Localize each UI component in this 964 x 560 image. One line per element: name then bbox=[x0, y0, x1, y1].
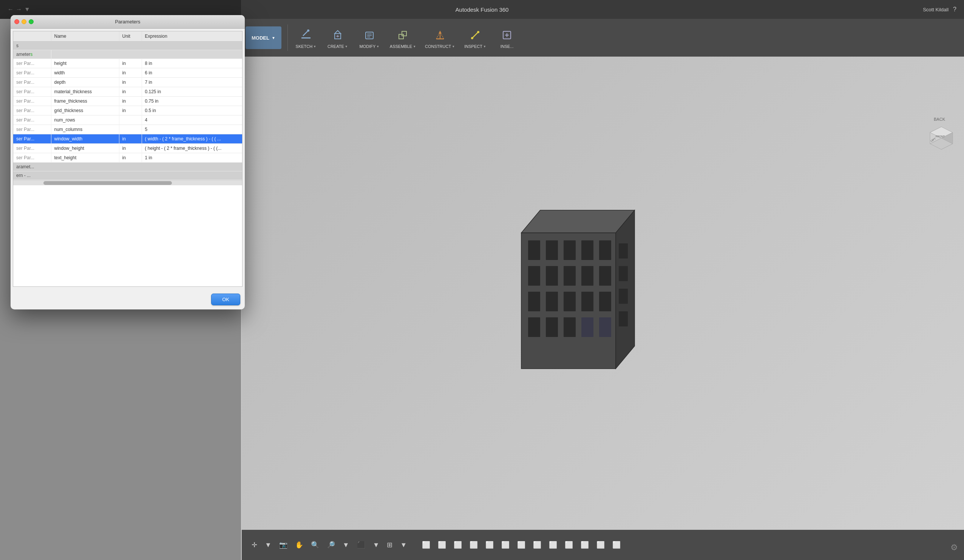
dialog-titlebar: Parameters bbox=[11, 15, 245, 29]
section-row-parameters: ameters bbox=[13, 50, 242, 59]
bottom-icon-10[interactable]: ⬜ bbox=[562, 539, 575, 550]
dialog-body: Name Unit Expression sameters ser Par...… bbox=[11, 29, 245, 289]
svg-rect-52 bbox=[619, 311, 628, 326]
cell-name: window_height bbox=[51, 144, 119, 153]
user-name[interactable]: Scott Kildall bbox=[923, 7, 949, 13]
toolbar-group-sketch[interactable]: SKETCH ▼ bbox=[291, 25, 321, 50]
building-model bbox=[480, 188, 669, 399]
svg-rect-43 bbox=[599, 292, 611, 311]
grid-btn[interactable]: ⊞ bbox=[384, 539, 395, 550]
cell-source: ser Par... bbox=[13, 59, 51, 68]
model-button[interactable]: MODEL ▼ bbox=[246, 26, 282, 49]
table-row[interactable]: ser Par... height in 8 in bbox=[13, 59, 242, 68]
bottom-icon-3[interactable]: ⬜ bbox=[451, 539, 464, 550]
cell-expression: 0.125 in bbox=[142, 87, 242, 97]
toolbar-group-modify[interactable]: MODIFY ▼ bbox=[354, 25, 384, 50]
toolbar-divider-1 bbox=[287, 24, 288, 51]
create-label: CREATE ▼ bbox=[327, 44, 348, 49]
svg-rect-33 bbox=[599, 240, 611, 260]
toolbar-group-assemble[interactable]: ASSEMBLE ▼ bbox=[386, 25, 420, 50]
maximize-button[interactable] bbox=[29, 19, 34, 24]
view-dropdown-btn[interactable]: ▼ bbox=[340, 540, 352, 550]
minimize-button[interactable] bbox=[21, 19, 26, 24]
svg-rect-46 bbox=[563, 317, 576, 337]
bottom-icon-12[interactable]: ⬜ bbox=[594, 539, 607, 550]
bottom-icon-2[interactable]: ⬜ bbox=[436, 539, 448, 550]
horizontal-scrollbar[interactable] bbox=[13, 180, 242, 185]
sketch-label: SKETCH ▼ bbox=[296, 44, 316, 49]
svg-rect-42 bbox=[581, 292, 593, 311]
table-row[interactable]: ser Par... width in 6 in bbox=[13, 68, 242, 78]
section-row-s: s bbox=[13, 42, 242, 50]
table-row[interactable]: ser Par... depth in 7 in bbox=[13, 78, 242, 87]
col-header-unit: Unit bbox=[119, 31, 142, 42]
toolbar-group-inspect[interactable]: INSPECT ▼ bbox=[460, 25, 490, 50]
camera-btn[interactable]: 📷 bbox=[277, 539, 290, 550]
nav-cube[interactable]: BACK FRONT LEFT bbox=[922, 117, 956, 155]
viewport[interactable]: BACK FRONT LEFT bbox=[242, 57, 964, 530]
svg-rect-12 bbox=[402, 31, 407, 36]
svg-rect-48 bbox=[599, 317, 611, 337]
cell-unit bbox=[119, 115, 142, 125]
svg-rect-34 bbox=[528, 266, 540, 286]
col-header-source bbox=[13, 31, 51, 42]
bottom-icon-1[interactable]: ⬜ bbox=[420, 539, 433, 550]
insert-label: INSE... bbox=[500, 44, 514, 49]
svg-rect-36 bbox=[563, 266, 576, 286]
zoom-out-btn[interactable]: 🔎 bbox=[324, 539, 337, 550]
cell-source: ser Par... bbox=[13, 78, 51, 87]
dialog-title: Parameters bbox=[115, 19, 140, 24]
pan-btn[interactable]: ✋ bbox=[293, 539, 306, 550]
cell-source: ser Par... bbox=[13, 125, 51, 134]
move-btn[interactable]: ✛ bbox=[249, 539, 259, 550]
bottom-icon-4[interactable]: ⬜ bbox=[467, 539, 480, 550]
col-header-expr: Expression bbox=[142, 31, 242, 42]
table-row[interactable]: ser Par... material_thickness in 0.125 i… bbox=[13, 87, 242, 97]
svg-rect-44 bbox=[528, 317, 540, 337]
nav-btn-2[interactable]: ▼ bbox=[262, 540, 274, 550]
display-dropdown-btn[interactable]: ▼ bbox=[371, 540, 382, 550]
bottom-icon-13[interactable]: ⬜ bbox=[610, 539, 623, 550]
cell-source: ser Par... bbox=[13, 106, 51, 115]
zoom-in-btn[interactable]: 🔍 bbox=[309, 539, 321, 550]
cell-expression: 1 in bbox=[142, 153, 242, 162]
toolbar-group-create[interactable]: CREATE ▼ bbox=[322, 25, 353, 50]
table-row[interactable]: ser Par... text_height in 1 in bbox=[13, 153, 242, 162]
cell-expression: 8 in bbox=[142, 59, 242, 68]
parameters-dialog: Parameters Name Unit Expression sameters… bbox=[11, 15, 245, 310]
table-row[interactable]: ser Par... frame_thickness in 0.75 in bbox=[13, 97, 242, 106]
table-row[interactable]: ser Par... window_width in ( width - ( 2… bbox=[13, 134, 242, 144]
close-button[interactable] bbox=[15, 19, 19, 24]
bottom-icon-8[interactable]: ⬜ bbox=[531, 539, 544, 550]
modify-label: MODIFY ▼ bbox=[360, 44, 379, 49]
assemble-icon bbox=[394, 27, 411, 44]
grid-dropdown-btn[interactable]: ▼ bbox=[398, 540, 409, 550]
cube-visual: FRONT LEFT bbox=[924, 123, 954, 153]
bottom-icon-6[interactable]: ⬜ bbox=[499, 539, 512, 550]
model-chevron: ▼ bbox=[272, 36, 275, 40]
model-label: MODEL bbox=[252, 35, 269, 41]
bottom-icon-9[interactable]: ⬜ bbox=[547, 539, 559, 550]
toolbar-group-construct[interactable]: CONSTRUCT ▼ bbox=[421, 25, 459, 50]
table-row[interactable]: ser Par... num_columns 5 bbox=[13, 125, 242, 134]
cell-source: ser Par... bbox=[13, 68, 51, 78]
cell-name: num_columns bbox=[51, 125, 119, 134]
help-btn[interactable]: ? bbox=[953, 6, 956, 13]
table-row[interactable]: ser Par... grid_thickness in 0.5 in bbox=[13, 106, 242, 115]
bottom-icon-7[interactable]: ⬜ bbox=[515, 539, 528, 550]
cell-expression: 0.5 in bbox=[142, 106, 242, 115]
params-table-wrapper[interactable]: Name Unit Expression sameters ser Par...… bbox=[13, 31, 243, 287]
bottom-icon-5[interactable]: ⬜ bbox=[483, 539, 496, 550]
ok-button[interactable]: OK bbox=[211, 294, 240, 305]
scrollbar-thumb[interactable] bbox=[44, 181, 172, 185]
insert-icon bbox=[498, 27, 515, 44]
settings-icon[interactable]: ⚙ bbox=[950, 543, 958, 552]
svg-rect-51 bbox=[619, 289, 628, 304]
bottom-icon-11[interactable]: ⬜ bbox=[578, 539, 591, 550]
svg-rect-49 bbox=[619, 243, 628, 258]
toolbar-group-insert[interactable]: INSE... bbox=[492, 25, 522, 50]
svg-line-17 bbox=[436, 32, 440, 39]
display-btn[interactable]: ⬛ bbox=[355, 539, 368, 550]
table-row[interactable]: ser Par... num_rows 4 bbox=[13, 115, 242, 125]
table-row[interactable]: ser Par... window_height in ( height - (… bbox=[13, 144, 242, 153]
